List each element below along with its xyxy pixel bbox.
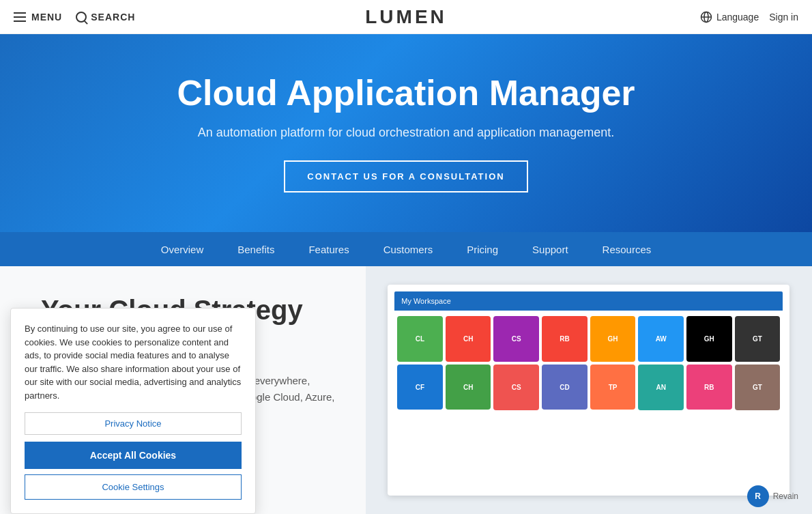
dashboard-mockup: My Workspace CLCHCSRBGHAWGHGTCFCHCSCDTPA… bbox=[388, 285, 789, 496]
header: MENU SEARCH LUMEN Language Sign in bbox=[0, 0, 812, 34]
hero-cta-button[interactable]: CONTACT US FOR A CONSULTATION bbox=[284, 160, 527, 192]
search-button[interactable]: SEARCH bbox=[76, 12, 135, 23]
header-right: Language Sign in bbox=[700, 11, 798, 23]
dashboard-header-text: My Workspace bbox=[401, 297, 451, 305]
dashboard-tile[interactable]: AN bbox=[638, 365, 684, 410]
nav-item-benefits[interactable]: Benefits bbox=[237, 240, 274, 259]
content-area: Your Cloud Strategy Expedited A best-of-… bbox=[0, 266, 812, 514]
dashboard-tile[interactable]: CH bbox=[446, 365, 491, 410]
dashboard-tile[interactable]: GT bbox=[735, 365, 781, 410]
dashboard-tile[interactable]: RB bbox=[686, 365, 732, 410]
header-left: MENU SEARCH bbox=[14, 12, 135, 23]
dashboard-tile[interactable]: CD bbox=[542, 365, 588, 410]
cookie-body-text: By continuing to use our site, you agree… bbox=[25, 322, 242, 402]
globe-icon bbox=[700, 11, 712, 23]
revain-label: Revain bbox=[773, 491, 798, 501]
signin-button[interactable]: Sign in bbox=[769, 12, 798, 23]
dashboard-tile[interactable]: RB bbox=[542, 316, 588, 362]
dashboard-tile[interactable]: CF bbox=[397, 365, 443, 410]
dashboard-tile[interactable]: TP bbox=[590, 365, 636, 410]
cookie-banner: By continuing to use our site, you agree… bbox=[10, 308, 256, 514]
nav-item-customers[interactable]: Customers bbox=[383, 240, 433, 259]
dashboard-header: My Workspace bbox=[394, 291, 783, 311]
dashboard-tile[interactable]: GH bbox=[590, 316, 636, 362]
hero-section: Cloud Application Manager An automation … bbox=[0, 34, 812, 232]
menu-label: MENU bbox=[31, 12, 62, 23]
logo[interactable]: LUMEN bbox=[365, 6, 447, 28]
dashboard-tile[interactable]: GT bbox=[735, 316, 781, 362]
privacy-notice-link[interactable]: Privacy Notice bbox=[25, 412, 242, 435]
dashboard-preview: My Workspace CLCHCSRBGHAWGHGTCFCHCSCDTPA… bbox=[366, 266, 813, 514]
nav-item-resources[interactable]: Resources bbox=[603, 240, 652, 259]
dashboard-tile[interactable]: CL bbox=[397, 316, 443, 362]
accept-cookies-button[interactable]: Accept All Cookies bbox=[25, 442, 242, 469]
nav-item-overview[interactable]: Overview bbox=[161, 240, 204, 259]
language-label: Language bbox=[716, 12, 759, 23]
hero-subtitle: An automation platform for cloud orchest… bbox=[198, 126, 614, 140]
dashboard-tile[interactable]: CH bbox=[446, 316, 491, 362]
nav-bar: OverviewBenefitsFeaturesCustomersPricing… bbox=[0, 232, 812, 266]
nav-item-support[interactable]: Support bbox=[532, 240, 568, 259]
dashboard-tile[interactable]: CS bbox=[493, 316, 539, 362]
cookie-settings-button[interactable]: Cookie Settings bbox=[25, 474, 242, 500]
hamburger-icon bbox=[14, 12, 26, 22]
dashboard-tiles: CLCHCSRBGHAWGHGTCFCHCSCDTPANRBGT bbox=[394, 311, 783, 415]
language-button[interactable]: Language bbox=[700, 11, 759, 23]
dashboard-tile[interactable]: AW bbox=[638, 316, 684, 362]
menu-button[interactable]: MENU bbox=[14, 12, 62, 23]
revain-badge: R Revain bbox=[747, 485, 798, 507]
search-icon bbox=[76, 12, 87, 23]
dashboard-tile[interactable]: GH bbox=[686, 316, 732, 362]
search-label: SEARCH bbox=[91, 12, 135, 23]
nav-item-features[interactable]: Features bbox=[308, 240, 349, 259]
hero-title: Cloud Application Manager bbox=[177, 74, 635, 113]
revain-icon: R bbox=[747, 485, 769, 507]
nav-item-pricing[interactable]: Pricing bbox=[467, 240, 498, 259]
dashboard-tile[interactable]: CS bbox=[493, 365, 539, 410]
